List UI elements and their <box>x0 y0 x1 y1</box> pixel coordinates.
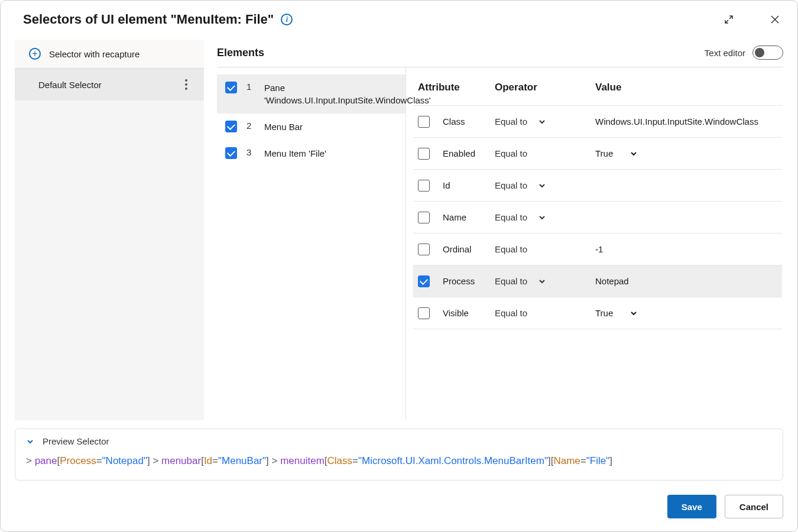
elements-heading: Elements <box>217 47 264 59</box>
selector-with-recapture-button[interactable]: + Selector with recapture <box>15 40 204 69</box>
element-row[interactable]: 2 Menu Bar <box>217 113 406 140</box>
chevron-down-icon <box>630 309 638 317</box>
more-vertical-icon[interactable] <box>183 77 190 92</box>
attribute-value: True <box>595 148 613 158</box>
attribute-row: Class Equal to Windows.UI.Input.InputSit… <box>413 105 782 137</box>
operator-value: Equal to <box>495 244 527 254</box>
main-header: Elements Text editor <box>217 40 783 67</box>
expand-icon[interactable] <box>721 11 737 28</box>
operator-dropdown[interactable]: Equal to <box>495 244 595 254</box>
col-operator: Operator <box>495 82 595 93</box>
value-cell[interactable]: Notepad <box>595 276 777 286</box>
attribute-checkbox[interactable] <box>418 244 430 255</box>
attribute-row: Visible Equal to True <box>413 297 782 329</box>
sidebar: + Selector with recapture Default Select… <box>15 40 204 420</box>
selector-builder-dialog: Selectors of UI element "MenuItem: File"… <box>0 0 798 532</box>
dialog-footer: Save Cancel <box>15 495 783 518</box>
attribute-name: Enabled <box>443 148 495 158</box>
attribute-checkbox[interactable] <box>418 212 430 223</box>
chevron-down-icon <box>630 150 638 158</box>
info-icon[interactable]: i <box>281 14 293 25</box>
col-value: Value <box>595 82 777 93</box>
save-button[interactable]: Save <box>667 495 716 518</box>
plus-circle-icon: + <box>29 48 41 60</box>
operator-value: Equal to <box>495 276 527 286</box>
value-cell[interactable]: -1 <box>595 244 777 254</box>
attribute-value: True <box>595 308 613 318</box>
cancel-button[interactable]: Cancel <box>725 495 783 518</box>
attribute-name: Id <box>443 180 495 190</box>
element-checkbox[interactable] <box>225 82 237 93</box>
element-row[interactable]: 1 Pane 'Windows.UI.Input.InputSite.Windo… <box>217 74 406 113</box>
element-label: Menu Item 'File' <box>264 147 326 160</box>
chevron-down-icon <box>26 437 34 446</box>
attribute-row: Id Equal to <box>413 169 782 201</box>
elements-list: 1 Pane 'Windows.UI.Input.InputSite.Windo… <box>217 67 406 420</box>
preview-label: Preview Selector <box>43 436 109 446</box>
element-checkbox[interactable] <box>225 121 237 132</box>
preview-selector-panel: Preview Selector > pane[Process="Notepad… <box>15 429 783 481</box>
attribute-name: Process <box>443 276 495 286</box>
recapture-label: Selector with recapture <box>49 49 140 59</box>
preview-header[interactable]: Preview Selector <box>26 436 772 446</box>
element-number: 1 <box>246 82 255 92</box>
attribute-checkbox[interactable] <box>418 116 430 128</box>
main-panel: Elements Text editor 1 Pane 'Windows.UI.… <box>204 40 783 420</box>
operator-dropdown[interactable]: Equal to <box>495 180 595 190</box>
attribute-checkbox[interactable] <box>418 148 430 160</box>
value-cell[interactable]: True <box>595 308 777 318</box>
col-attribute: Attribute <box>418 82 495 93</box>
selector-label: Default Selector <box>38 80 102 90</box>
preview-selector-text: > pane[Process="Notepad"] > menubar[Id="… <box>26 452 772 471</box>
attribute-value: Notepad <box>595 276 629 286</box>
element-row[interactable]: 3 Menu Item 'File' <box>217 140 406 167</box>
operator-value: Equal to <box>495 212 527 222</box>
value-cell[interactable]: Windows.UI.Input.InputSite.WindowClass <box>595 116 777 126</box>
attributes-header: Attribute Operator Value <box>413 67 782 105</box>
chevron-down-icon <box>538 213 546 222</box>
value-cell[interactable]: True <box>595 148 777 158</box>
attribute-row: Ordinal Equal to -1 <box>413 233 782 265</box>
operator-dropdown[interactable]: Equal to <box>495 212 595 222</box>
attribute-name: Name <box>443 212 495 222</box>
dialog-header: Selectors of UI element "MenuItem: File"… <box>15 11 783 28</box>
attribute-checkbox[interactable] <box>418 307 430 319</box>
attribute-row: Enabled Equal to True <box>413 137 782 169</box>
attribute-checkbox[interactable] <box>418 180 430 192</box>
content-area: 1 Pane 'Windows.UI.Input.InputSite.Windo… <box>217 67 783 420</box>
element-label: Menu Bar <box>264 121 303 133</box>
attribute-name: Visible <box>443 308 495 318</box>
element-checkbox[interactable] <box>225 147 237 159</box>
text-editor-label: Text editor <box>705 48 745 58</box>
dialog-body: + Selector with recapture Default Select… <box>15 40 783 420</box>
close-icon[interactable] <box>767 11 783 28</box>
operator-value: Equal to <box>495 116 527 126</box>
attribute-row: Process Equal to Notepad <box>413 265 782 297</box>
attribute-name: Ordinal <box>443 244 495 254</box>
operator-value: Equal to <box>495 180 527 190</box>
operator-value: Equal to <box>495 308 527 318</box>
text-editor-toggle[interactable] <box>752 46 783 60</box>
attribute-name: Class <box>443 116 495 126</box>
sidebar-selector-item[interactable]: Default Selector <box>15 69 204 100</box>
operator-value: Equal to <box>495 148 527 158</box>
element-number: 3 <box>246 147 255 157</box>
chevron-down-icon <box>538 118 546 126</box>
attribute-value: Windows.UI.Input.InputSite.WindowClass <box>595 116 758 126</box>
operator-dropdown[interactable]: Equal to <box>495 148 595 158</box>
attribute-checkbox[interactable] <box>418 275 430 287</box>
dialog-title: Selectors of UI element "MenuItem: File" <box>23 12 274 27</box>
attribute-row: Name Equal to <box>413 201 782 233</box>
operator-dropdown[interactable]: Equal to <box>495 276 595 286</box>
element-number: 2 <box>246 121 255 131</box>
toggle-knob <box>755 48 764 57</box>
operator-dropdown[interactable]: Equal to <box>495 308 595 318</box>
attribute-value: -1 <box>595 244 603 254</box>
chevron-down-icon <box>538 277 546 286</box>
operator-dropdown[interactable]: Equal to <box>495 116 595 126</box>
chevron-down-icon <box>538 181 546 190</box>
attributes-panel: Attribute Operator Value Class Equal to … <box>406 67 783 420</box>
